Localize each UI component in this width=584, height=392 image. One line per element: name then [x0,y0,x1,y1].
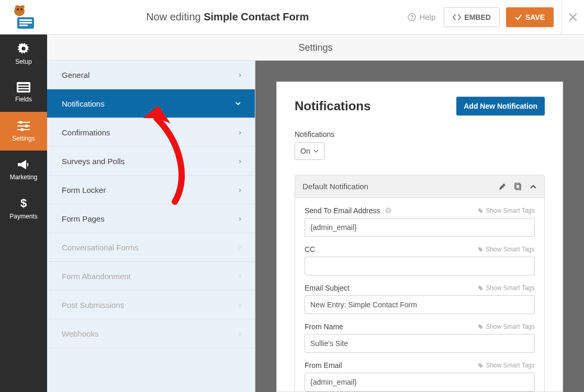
top-bar: Now editing Simple Contact Form ? Help E… [0,0,584,34]
chevron-down-icon [313,148,319,154]
tag-icon [478,208,484,214]
save-label: SAVE [525,13,545,21]
close-button[interactable] [561,0,584,34]
nav-item-marketing[interactable]: Marketing [0,151,47,189]
pencil-icon[interactable] [498,182,507,191]
smart-tags-link[interactable]: Show Smart Tags [478,207,535,214]
settings-item-label: Form Pages [62,214,105,223]
smart-tags-label: Show Smart Tags [486,246,535,253]
nav-label: Fields [15,96,32,103]
notifications-panel: Notifications Add New Notification Notif… [276,82,563,392]
settings-item-confirmations[interactable]: Confirmations › [47,118,255,147]
from-email-input[interactable] [305,373,535,391]
row-send-to: Send To Email Address ? Show Smart Tags [305,206,535,237]
smart-tags-link[interactable]: Show Smart Tags [478,362,535,369]
notifications-toggle-select[interactable]: On [295,142,324,160]
tag-icon [478,363,484,368]
nav-item-payments[interactable]: $ Payments [0,189,47,228]
chevron-right-icon: › [239,214,241,223]
settings-item-label: Surveys and Polls [62,157,125,166]
help-icon: ? [408,13,416,21]
section-title: Settings [47,34,584,61]
settings-item-label: Form Abandonment [62,272,131,281]
main-wrap: Notifications Add New Notification Notif… [255,61,584,392]
code-icon [453,13,461,21]
help-link[interactable]: ? Help [408,13,435,21]
svg-rect-7 [19,22,32,24]
card-head-actions [498,182,537,191]
sliders-icon [17,120,30,132]
settings-item-label: Conversational Forms [62,243,139,252]
label-text: Send To Email Address [305,206,380,215]
nav-item-setup[interactable]: Setup [0,34,47,73]
svg-text:?: ? [410,15,413,20]
svg-text:?: ? [387,209,390,214]
panel-title: Notifications [295,99,370,113]
label-from-email: From Email [305,361,342,370]
svg-rect-14 [18,89,29,91]
smart-tags-link[interactable]: Show Smart Tags [478,246,535,253]
nav-item-fields[interactable]: Fields [0,73,47,112]
save-button[interactable]: SAVE [506,7,554,27]
svg-text:$: $ [20,197,27,210]
send-to-input[interactable] [305,218,535,237]
svg-point-3 [15,5,19,8]
embed-label: EMBED [464,13,491,21]
from-name-input[interactable] [305,334,535,353]
settings-item-webhooks[interactable]: Webhooks › [47,319,255,348]
settings-item-label: Notifications [62,99,105,108]
label-from-name: From Name [305,322,343,331]
nav-item-settings[interactable]: Settings [0,112,47,151]
card-title: Default Notification [302,182,368,191]
settings-item-general[interactable]: General › [47,61,255,89]
toggle-label: Notifications [295,130,545,139]
settings-item-form-locker[interactable]: Form Locker › [47,176,255,204]
settings-item-post-submissions[interactable]: Post Submissions › [47,291,255,319]
smart-tags-label: Show Smart Tags [486,362,535,369]
nav-label: Payments [9,213,37,220]
settings-item-label: Confirmations [62,128,110,137]
smart-tags-label: Show Smart Tags [486,207,535,214]
settings-item-conversational-forms[interactable]: Conversational Forms › [47,233,255,262]
chevron-up-icon[interactable] [530,183,537,190]
editing-prefix: Now editing [146,11,201,22]
help-icon[interactable]: ? [385,207,392,214]
chevron-right-icon: › [239,272,241,280]
notification-card: Default Notification [295,175,545,392]
card-head: Default Notification [295,175,544,198]
settings-item-label: Webhooks [62,329,99,338]
cc-input[interactable] [305,257,535,275]
tag-icon [478,285,484,291]
notifications-toggle-block: Notifications On [295,130,545,160]
chevron-right-icon: › [239,157,241,165]
chevron-right-icon: › [239,243,241,251]
svg-rect-13 [18,87,29,88]
smart-tags-link[interactable]: Show Smart Tags [478,323,535,330]
card-body: Send To Email Address ? Show Smart Tags [295,198,544,392]
add-notification-button[interactable]: Add New Notification [456,97,545,116]
body-split: General › Notifications Confirmations › … [47,61,584,392]
svg-rect-6 [19,19,32,21]
smart-tags-link[interactable]: Show Smart Tags [478,284,535,292]
row-from-name: From Name Show Smart Tags [305,322,535,353]
settings-item-form-abandonment[interactable]: Form Abandonment › [47,262,255,291]
settings-item-label: General [62,71,89,79]
chevron-right-icon: › [239,128,241,136]
svg-point-4 [20,5,25,8]
close-icon [568,13,578,22]
svg-rect-12 [18,84,29,86]
subject-input[interactable] [305,295,535,314]
label-send-to: Send To Email Address ? [305,206,392,215]
settings-item-form-pages[interactable]: Form Pages › [47,204,255,233]
settings-item-surveys[interactable]: Surveys and Polls › [47,147,255,176]
svg-point-1 [17,8,19,10]
copy-icon[interactable] [514,182,522,191]
nav-label: Setup [15,58,31,65]
tag-icon [478,247,484,252]
settings-item-notifications[interactable]: Notifications [47,89,255,118]
embed-button[interactable]: EMBED [444,7,500,27]
smart-tags-label: Show Smart Tags [486,284,535,292]
nav-label: Marketing [10,174,38,181]
nav-label: Settings [12,135,35,142]
bullhorn-icon [17,159,30,170]
